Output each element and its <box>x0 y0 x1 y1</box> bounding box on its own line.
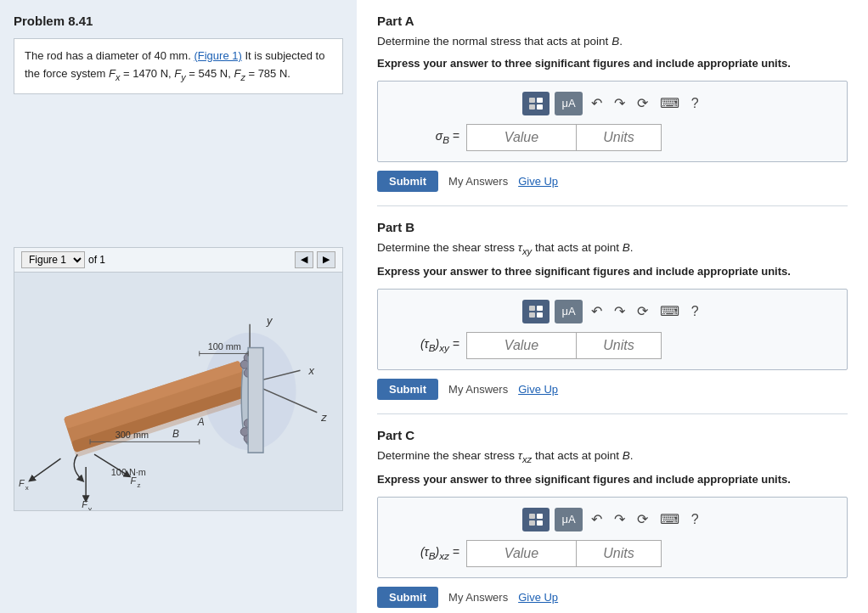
part-a-keyboard-button[interactable]: ⌨ <box>657 93 683 113</box>
part-a-title: Part A <box>377 14 848 28</box>
svg-text:300 mm: 300 mm <box>116 430 149 440</box>
part-b-action-row: Submit My Answers Give Up <box>377 379 848 400</box>
svg-rect-19 <box>248 347 263 453</box>
part-c-section: Part C Determine the shear stress τxz th… <box>377 428 848 608</box>
part-a-label: σB = <box>392 129 459 145</box>
part-b-undo-button[interactable]: ↶ <box>588 301 606 321</box>
left-panel: Problem 8.41 The rod has a diameter of 4… <box>0 0 357 613</box>
part-b-redo-button[interactable]: ↷ <box>611 301 628 321</box>
part-c-input-row: (τB)xz = <box>392 540 833 567</box>
part-b-mu-button[interactable]: μA <box>555 300 582 323</box>
figure-header: Figure 1 of 1 ◀ ▶ <box>14 248 342 273</box>
part-c-keyboard-button[interactable]: ⌨ <box>657 509 683 529</box>
part-c-help-button[interactable]: ? <box>688 510 702 529</box>
part-b-give-up-link[interactable]: Give Up <box>518 383 558 396</box>
part-b-refresh-button[interactable]: ⟳ <box>634 301 651 321</box>
part-a-submit-button[interactable]: Submit <box>377 171 438 192</box>
part-b-answer-box: μA ↶ ↷ ⟳ ⌨ ? (τB)xy = <box>377 289 848 370</box>
svg-text:y: y <box>88 504 92 509</box>
svg-text:A: A <box>197 415 205 427</box>
part-a-help-button[interactable]: ? <box>688 94 702 113</box>
part-b-help-button[interactable]: ? <box>688 302 702 321</box>
figure-container: Figure 1 of 1 ◀ ▶ y x z <box>14 247 343 511</box>
figure-of-label: of 1 <box>88 254 105 266</box>
part-a-mu-button[interactable]: μA <box>555 92 582 115</box>
part-b-description: Determine the shear stress τxy that acts… <box>377 239 848 259</box>
part-b-toolbar: μA ↶ ↷ ⟳ ⌨ ? <box>392 300 833 323</box>
part-a-section: Part A Determine the normal stress that … <box>377 14 848 192</box>
part-a-input-row: σB = <box>392 124 833 151</box>
part-c-submit-button[interactable]: Submit <box>377 587 438 608</box>
svg-text:z: z <box>138 481 141 489</box>
part-a-units-input[interactable] <box>577 124 662 151</box>
problem-title: Problem 8.41 <box>14 14 343 28</box>
part-b-section: Part B Determine the shear stress τxy th… <box>377 220 848 400</box>
figure-link[interactable]: (Figure 1) <box>194 49 241 62</box>
part-c-my-answers-label: My Answers <box>448 591 508 604</box>
right-panel: Part A Determine the normal stress that … <box>357 0 868 613</box>
part-c-answer-box: μA ↶ ↷ ⟳ ⌨ ? (τB)xz = <box>377 497 848 578</box>
part-c-toolbar: μA ↶ ↷ ⟳ ⌨ ? <box>392 508 833 531</box>
figure-svg: y x z <box>14 273 342 510</box>
problem-text-1: The rod has a diameter of 40 mm. <box>25 49 191 62</box>
svg-text:x: x <box>307 364 314 377</box>
part-c-grid-button[interactable] <box>522 508 550 531</box>
part-b-instruction: Express your answer to three significant… <box>377 263 848 280</box>
part-b-units-input[interactable] <box>577 332 662 359</box>
part-a-give-up-link[interactable]: Give Up <box>518 175 558 188</box>
divider-bc <box>377 413 848 414</box>
part-a-toolbar: μA ↶ ↷ ⟳ ⌨ ? <box>392 92 833 115</box>
figure-prev-button[interactable]: ◀ <box>295 251 313 268</box>
part-a-answer-box: μA ↶ ↷ ⟳ ⌨ ? σB = <box>377 81 848 162</box>
part-c-refresh-button[interactable]: ⟳ <box>634 509 651 529</box>
part-c-title: Part C <box>377 428 848 442</box>
part-b-title: Part B <box>377 220 848 234</box>
part-c-instruction: Express your answer to three significant… <box>377 471 848 488</box>
part-c-action-row: Submit My Answers Give Up <box>377 587 848 608</box>
divider-ab <box>377 205 848 206</box>
part-b-submit-button[interactable]: Submit <box>377 379 438 400</box>
part-b-input-row: (τB)xy = <box>392 332 833 359</box>
part-a-instruction: Express your answer to three significant… <box>377 55 848 72</box>
svg-text:x: x <box>25 484 29 492</box>
figure-select[interactable]: Figure 1 <box>21 251 85 268</box>
figure-body: y x z <box>14 273 342 510</box>
part-c-value-input[interactable] <box>466 540 577 567</box>
part-a-refresh-button[interactable]: ⟳ <box>634 93 651 113</box>
part-a-redo-button[interactable]: ↷ <box>611 93 628 113</box>
part-c-redo-button[interactable]: ↷ <box>611 509 628 529</box>
part-a-action-row: Submit My Answers Give Up <box>377 171 848 192</box>
part-c-give-up-link[interactable]: Give Up <box>518 591 558 604</box>
part-a-grid-button[interactable] <box>522 92 550 115</box>
part-b-keyboard-button[interactable]: ⌨ <box>657 301 683 321</box>
part-a-value-input[interactable] <box>466 124 577 151</box>
svg-text:z: z <box>320 410 327 423</box>
part-a-description: Determine the normal stress that acts at… <box>377 33 848 50</box>
part-c-units-input[interactable] <box>577 540 662 567</box>
part-b-grid-button[interactable] <box>522 300 550 323</box>
svg-text:B: B <box>172 428 179 440</box>
problem-statement: The rod has a diameter of 40 mm. (Figure… <box>14 38 343 94</box>
part-c-label: (τB)xz = <box>392 545 459 561</box>
part-b-label: (τB)xy = <box>392 337 459 353</box>
svg-text:100 mm: 100 mm <box>208 341 241 351</box>
part-c-mu-button[interactable]: μA <box>555 508 582 531</box>
part-c-undo-button[interactable]: ↶ <box>588 509 606 529</box>
part-b-my-answers-label: My Answers <box>448 383 508 396</box>
part-c-description: Determine the shear stress τxz that acts… <box>377 447 848 467</box>
part-a-undo-button[interactable]: ↶ <box>588 93 606 113</box>
part-a-my-answers-label: My Answers <box>448 175 508 188</box>
part-b-value-input[interactable] <box>466 332 577 359</box>
figure-next-button[interactable]: ▶ <box>317 251 335 268</box>
